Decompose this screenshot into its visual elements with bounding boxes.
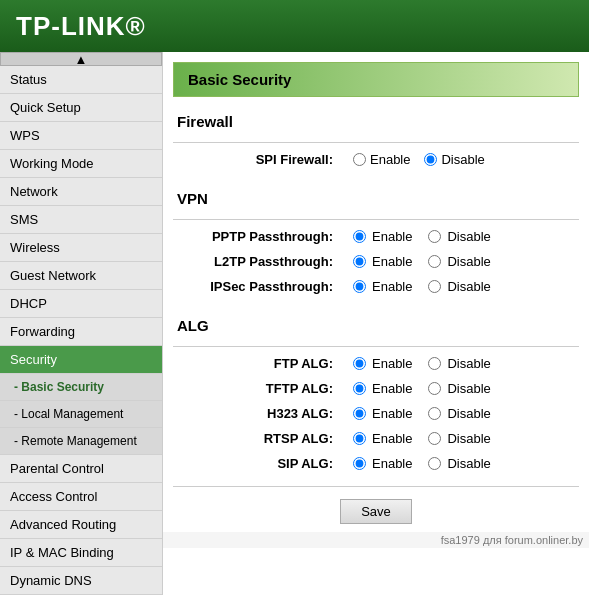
ftp-enable-label: Enable [372, 356, 412, 371]
h323-enable-label: Enable [372, 406, 412, 421]
h323-row: H323 ALG: Enable Disable [163, 401, 589, 426]
pptp-enable-radio[interactable] [353, 230, 366, 243]
rtsp-label: RTSP ALG: [163, 426, 343, 451]
sidebar-scroll-up[interactable]: ▲ [0, 52, 162, 66]
l2tp-disable-label: Disable [447, 254, 490, 269]
pptp-label: PPTP Passthrough: [163, 224, 343, 249]
sip-row: SIP ALG: Enable Disable [163, 451, 589, 476]
ftp-value: Enable Disable [343, 351, 589, 376]
layout: ▲ StatusQuick SetupWPSWorking ModeNetwor… [0, 52, 589, 595]
rtsp-enable-radio[interactable] [353, 432, 366, 445]
vpn-section-title: VPN [163, 182, 589, 215]
rtsp-enable-label: Enable [372, 431, 412, 446]
tftp-row: TFTP ALG: Enable Disable [163, 376, 589, 401]
sidebar-item-sms[interactable]: SMS [0, 206, 162, 234]
sip-disable-radio[interactable] [428, 457, 441, 470]
ipsec-row: IPSec Passthrough: Enable Disable [163, 274, 589, 299]
l2tp-value: Enable Disable [343, 249, 589, 274]
pptp-row: PPTP Passthrough: Enable Disable [163, 224, 589, 249]
spi-firewall-value: Enable Disable [343, 147, 589, 172]
sidebar-item-working-mode[interactable]: Working Mode [0, 150, 162, 178]
rtsp-disable-label: Disable [447, 431, 490, 446]
spi-firewall-label: SPI Firewall: [163, 147, 343, 172]
pptp-enable-label: Enable [372, 229, 412, 244]
sidebar-item-guest-network[interactable]: Guest Network [0, 262, 162, 290]
sidebar-item-wps[interactable]: WPS [0, 122, 162, 150]
ipsec-label: IPSec Passthrough: [163, 274, 343, 299]
rtsp-value: Enable Disable [343, 426, 589, 451]
tftp-label: TFTP ALG: [163, 376, 343, 401]
sidebar-item-advanced-routing[interactable]: Advanced Routing [0, 511, 162, 539]
watermark: fsa1979 для forum.onliner.by [163, 532, 589, 548]
sidebar-item-dynamic-dns[interactable]: Dynamic DNS [0, 567, 162, 595]
sidebar-item-status[interactable]: Status [0, 66, 162, 94]
tftp-enable-label: Enable [372, 381, 412, 396]
rtsp-row: RTSP ALG: Enable Disable [163, 426, 589, 451]
sidebar-item-quick-setup[interactable]: Quick Setup [0, 94, 162, 122]
pptp-value: Enable Disable [343, 224, 589, 249]
sip-enable-radio[interactable] [353, 457, 366, 470]
h323-disable-label: Disable [447, 406, 490, 421]
alg-table: FTP ALG: Enable Disable TFTP ALG: Enable [163, 351, 589, 476]
pptp-disable-radio[interactable] [428, 230, 441, 243]
h323-label: H323 ALG: [163, 401, 343, 426]
spi-firewall-row: SPI Firewall: Enable Disable [163, 147, 589, 172]
save-button[interactable]: Save [340, 499, 412, 524]
ipsec-enable-radio[interactable] [353, 280, 366, 293]
sip-value: Enable Disable [343, 451, 589, 476]
l2tp-disable-radio[interactable] [428, 255, 441, 268]
ftp-label: FTP ALG: [163, 351, 343, 376]
ipsec-value: Enable Disable [343, 274, 589, 299]
tftp-value: Enable Disable [343, 376, 589, 401]
alg-section-title: ALG [163, 309, 589, 342]
spi-disable-label: Disable [441, 152, 484, 167]
tftp-enable-radio[interactable] [353, 382, 366, 395]
sidebar-item-parental-control[interactable]: Parental Control [0, 455, 162, 483]
page-title: Basic Security [173, 62, 579, 97]
l2tp-enable-radio[interactable] [353, 255, 366, 268]
ipsec-disable-label: Disable [447, 279, 490, 294]
sidebar-item-dhcp[interactable]: DHCP [0, 290, 162, 318]
tftp-disable-label: Disable [447, 381, 490, 396]
l2tp-label: L2TP Passthrough: [163, 249, 343, 274]
sidebar-item-access-control[interactable]: Access Control [0, 483, 162, 511]
ftp-disable-label: Disable [447, 356, 490, 371]
spi-enable-radio[interactable] [353, 153, 366, 166]
ipsec-disable-radio[interactable] [428, 280, 441, 293]
sidebar-item-ip-mac-binding[interactable]: IP & MAC Binding [0, 539, 162, 567]
save-bar: Save [163, 491, 589, 532]
sidebar-item-wireless[interactable]: Wireless [0, 234, 162, 262]
sidebar-item-local-management[interactable]: - Local Management [0, 401, 162, 428]
pptp-disable-label: Disable [447, 229, 490, 244]
spi-enable-label: Enable [370, 152, 410, 167]
header: TP-LINK® [0, 0, 589, 52]
ftp-row: FTP ALG: Enable Disable [163, 351, 589, 376]
spi-disable-radio[interactable] [424, 153, 437, 166]
sidebar-item-network[interactable]: Network [0, 178, 162, 206]
sidebar-item-basic-security[interactable]: - Basic Security [0, 374, 162, 401]
sip-disable-label: Disable [447, 456, 490, 471]
firewall-section-title: Firewall [163, 105, 589, 138]
sidebar-item-forwarding[interactable]: Forwarding [0, 318, 162, 346]
vpn-table: PPTP Passthrough: Enable Disable L2TP Pa… [163, 224, 589, 299]
tftp-disable-radio[interactable] [428, 382, 441, 395]
sip-label: SIP ALG: [163, 451, 343, 476]
h323-disable-radio[interactable] [428, 407, 441, 420]
sidebar-item-remote-management[interactable]: - Remote Management [0, 428, 162, 455]
l2tp-enable-label: Enable [372, 254, 412, 269]
ftp-enable-radio[interactable] [353, 357, 366, 370]
main-content: Basic Security Firewall SPI Firewall: En… [163, 52, 589, 595]
logo: TP-LINK® [16, 11, 146, 42]
h323-enable-radio[interactable] [353, 407, 366, 420]
ipsec-enable-label: Enable [372, 279, 412, 294]
firewall-table: SPI Firewall: Enable Disable [163, 147, 589, 172]
sidebar: ▲ StatusQuick SetupWPSWorking ModeNetwor… [0, 52, 163, 595]
ftp-disable-radio[interactable] [428, 357, 441, 370]
rtsp-disable-radio[interactable] [428, 432, 441, 445]
sip-enable-label: Enable [372, 456, 412, 471]
h323-value: Enable Disable [343, 401, 589, 426]
l2tp-row: L2TP Passthrough: Enable Disable [163, 249, 589, 274]
sidebar-item-security[interactable]: Security [0, 346, 162, 374]
